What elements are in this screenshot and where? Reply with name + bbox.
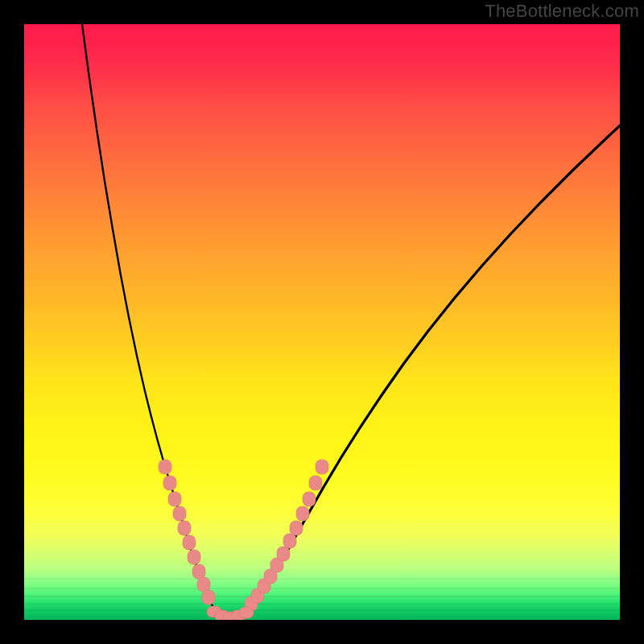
bottleneck-curve <box>82 24 620 618</box>
data-marker <box>277 547 290 561</box>
data-marker <box>202 590 215 605</box>
marker-group <box>159 460 328 620</box>
data-marker <box>197 577 210 592</box>
data-marker <box>239 607 254 618</box>
data-marker <box>303 492 316 506</box>
data-marker <box>168 492 181 506</box>
data-marker <box>178 521 191 535</box>
curve-right-thick <box>245 126 620 612</box>
data-marker <box>183 535 196 550</box>
data-marker <box>309 476 322 490</box>
watermark-label: TheBottleneck.com <box>485 1 639 22</box>
data-marker <box>192 564 205 579</box>
data-marker <box>173 506 186 521</box>
data-marker <box>188 550 200 564</box>
data-marker <box>159 460 171 474</box>
plot-area <box>24 24 620 620</box>
data-marker <box>290 521 303 535</box>
data-marker <box>296 506 309 521</box>
data-marker <box>163 476 176 490</box>
chart-frame: TheBottleneck.com <box>0 0 644 644</box>
curve-svg <box>24 24 620 620</box>
data-marker <box>316 460 328 474</box>
data-marker <box>283 534 296 548</box>
curve-group <box>82 24 620 618</box>
